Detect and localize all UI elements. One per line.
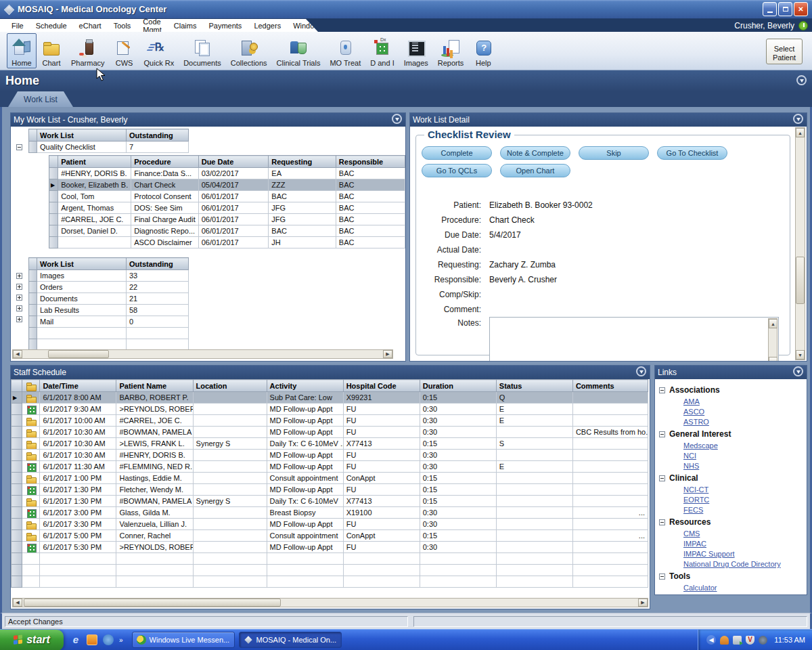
menu-item[interactable]: File <box>5 20 30 31</box>
table-row[interactable]: Quality Checklist 7 <box>29 142 189 153</box>
table-row[interactable]: 6/1/2017 3:00 PM Glass, Gilda M. Breast … <box>12 507 648 519</box>
scroll-left-arrow[interactable]: ◀ <box>13 599 22 607</box>
task-button-mosaiq[interactable]: MOSAIQ - Medical On... <box>239 632 342 648</box>
external-link[interactable]: National Drug Code Directory <box>683 559 804 569</box>
page-collapse-icon[interactable] <box>796 75 807 85</box>
table-row[interactable]: Documents 21 <box>29 293 189 305</box>
toolbar-button-reports[interactable]: Reports <box>433 33 469 68</box>
scroll-up-arrow[interactable]: ▲ <box>769 319 777 328</box>
toolbar-button-d-and-i[interactable]: D and I <box>365 33 399 68</box>
toolbar-button-documents[interactable]: Documents <box>179 33 226 68</box>
horizontal-scrollbar[interactable]: ◀ ▶ <box>12 598 648 607</box>
scroll-up-arrow[interactable]: ▲ <box>796 128 805 137</box>
appointment-type-column[interactable] <box>22 380 40 392</box>
table-row[interactable]: Booker, Elizabeth B. Chart Check 05/04/2… <box>49 179 405 191</box>
table-row[interactable]: 6/1/2017 10:00 AM #CARREL, JOE C. MD Fol… <box>12 415 648 427</box>
expander-general-interest[interactable] <box>659 431 665 437</box>
action-button[interactable]: Go To Checklist <box>657 146 727 160</box>
column-header[interactable]: Date/Time <box>40 380 116 392</box>
table-row[interactable]: Mail 0 <box>29 316 189 328</box>
action-button[interactable]: Go To QCLs <box>422 164 492 177</box>
tray-collapse-chevron[interactable]: ◀ <box>706 635 716 645</box>
column-header[interactable]: Responsible <box>336 156 405 168</box>
table-row[interactable]: 6/1/2017 11:30 AM #FLEMMING, NED R. MD F… <box>12 461 648 473</box>
messenger-icon[interactable] <box>103 634 114 645</box>
horizontal-scrollbar[interactable]: ◀ ▶ <box>12 349 393 359</box>
table-row[interactable]: 6/1/2017 1:30 PM Fletcher, Wendy M. MD F… <box>12 484 648 496</box>
toolbar-button-quick-rx[interactable]: Quick Rx <box>139 33 179 68</box>
table-row[interactable]: 6/1/2017 8:00 AM BARBO, ROBERT P. Sub Pa… <box>12 392 648 404</box>
toolbar-button-pharmacy[interactable]: Pharmacy <box>66 33 110 68</box>
external-link[interactable]: Calculator <box>683 583 804 593</box>
menu-item[interactable]: eChart <box>73 20 108 31</box>
menu-item[interactable]: Tools <box>108 20 137 31</box>
expander-tools[interactable] <box>659 573 665 580</box>
scrollbar-thumb[interactable] <box>24 599 281 607</box>
column-header[interactable]: Work List <box>37 129 127 142</box>
column-header[interactable]: Location <box>193 380 267 392</box>
table-row[interactable]: Images 33 <box>29 270 189 282</box>
table-row[interactable]: #CARREL, JOE C. Final Charge Audit 06/01… <box>49 214 405 225</box>
external-link[interactable]: NCI <box>683 451 804 461</box>
external-link[interactable]: Medscape <box>683 441 804 451</box>
menu-item[interactable]: Help <box>325 20 353 31</box>
tray-icon-people[interactable] <box>720 636 729 645</box>
scroll-down-arrow[interactable]: ▼ <box>769 357 777 361</box>
menu-item[interactable]: Claims <box>168 20 203 31</box>
action-button[interactable]: Note & Complete <box>500 146 570 160</box>
column-header[interactable]: Duration <box>420 380 496 392</box>
expander-quality-checklist[interactable] <box>16 144 22 150</box>
external-link[interactable]: IMPAC <box>683 539 804 549</box>
column-header[interactable]: Work List <box>37 258 127 270</box>
restore-button[interactable] <box>778 2 792 16</box>
column-header[interactable]: Outstanding <box>127 129 189 142</box>
scroll-right-arrow[interactable]: ▶ <box>383 350 392 358</box>
external-link[interactable]: Notepad <box>683 593 804 594</box>
panel-collapse-icon[interactable] <box>793 366 803 376</box>
menu-item[interactable]: Ledgers <box>248 20 287 31</box>
table-row[interactable]: 6/1/2017 10:30 AM #HENRY, DORIS B. MD Fo… <box>12 450 648 461</box>
task-button-messenger[interactable]: Windows Live Messen... <box>132 632 235 648</box>
notes-scrollbar[interactable]: ▲ ▼ <box>768 318 777 361</box>
toolbar-button-chart[interactable]: Chart <box>37 33 66 68</box>
table-row[interactable]: Dorset, Daniel D. Diagnostic Repo... 06/… <box>49 225 405 237</box>
scrollbar-thumb[interactable] <box>796 257 805 304</box>
panel-vertical-scrollbar[interactable]: ▲ ▼ <box>795 127 805 360</box>
column-header[interactable]: Procedure <box>131 156 199 168</box>
table-row[interactable]: ASCO Disclaimer 06/01/2017 JH BAC <box>49 237 405 248</box>
column-header[interactable]: Patient <box>58 156 131 168</box>
column-header[interactable]: Comments <box>572 380 648 392</box>
external-link[interactable]: IMPAC Support <box>683 549 804 559</box>
table-row[interactable]: 6/1/2017 1:00 PM Hastings, Eddie M. Cons… <box>12 473 648 484</box>
toolbar-button-home[interactable]: Home <box>7 33 37 68</box>
media-player-icon[interactable] <box>87 634 97 645</box>
external-link[interactable]: ASCO <box>683 407 804 417</box>
expander-orders[interactable] <box>16 284 22 290</box>
table-row[interactable]: Orders 22 <box>29 282 189 293</box>
column-header[interactable]: Outstanding <box>127 258 189 270</box>
scroll-down-arrow[interactable]: ▼ <box>796 350 805 360</box>
power-icon[interactable] <box>798 21 808 30</box>
notes-textarea[interactable]: ▲ ▼ <box>489 317 779 361</box>
quick-launch-overflow-chevron[interactable]: » <box>119 636 123 644</box>
panel-collapse-icon[interactable] <box>636 366 646 376</box>
table-row[interactable]: Argent, Thomas DOS: See Sim 06/01/2017 J… <box>49 202 405 214</box>
scroll-left-arrow[interactable]: ◀ <box>13 350 22 358</box>
expander-documents[interactable] <box>16 295 22 301</box>
external-link[interactable]: NCI-CT <box>683 485 804 495</box>
expander-mail[interactable] <box>16 316 22 322</box>
table-row[interactable]: 6/1/2017 10:30 AM #BOWMAN, PAMELA B. MD … <box>12 427 648 438</box>
panel-collapse-icon[interactable] <box>793 114 803 124</box>
menu-item[interactable]: Payments <box>202 20 248 31</box>
start-button[interactable]: start <box>0 630 64 650</box>
column-header[interactable]: Status <box>496 380 572 392</box>
column-header[interactable]: Patient Name <box>116 380 193 392</box>
internet-explorer-icon[interactable]: e <box>70 634 81 645</box>
toolbar-button-help[interactable]: Help <box>468 33 498 68</box>
action-button[interactable]: Complete <box>422 146 492 160</box>
toolbar-button-clinical-trials[interactable]: Clinical Trials <box>272 33 325 68</box>
tray-icon-app[interactable] <box>733 636 742 645</box>
panel-collapse-icon[interactable] <box>392 114 402 124</box>
scrollbar-thumb[interactable] <box>48 350 109 358</box>
tab-work-list[interactable]: Work List <box>8 91 73 107</box>
